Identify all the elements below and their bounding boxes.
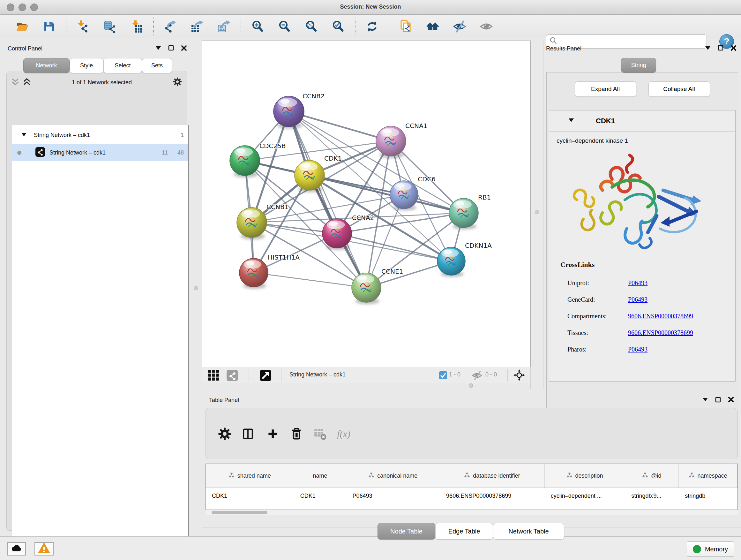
node-CCNE1[interactable] (352, 273, 381, 304)
network-canvas[interactable]: CCNB2CCNA1CDC25BCDK1CDC6RB1CCNB1CCNA2CDK… (202, 41, 530, 367)
column-header-database-identifier[interactable]: database identifier (440, 464, 545, 488)
edge-CCNB2-CCNE1[interactable] (289, 111, 366, 288)
home-icon[interactable] (424, 18, 441, 35)
expand-all-networks-icon[interactable] (23, 78, 31, 87)
share-view-icon[interactable] (226, 370, 238, 382)
tab-style[interactable]: Style (70, 58, 104, 73)
table-hscrollbar-thumb[interactable] (212, 511, 267, 514)
node-CDC6[interactable] (390, 181, 418, 210)
table-row[interactable]: CDK1CDK1P064939606.ENSP00000378699cyclin… (206, 488, 738, 503)
export-table-icon[interactable] (189, 18, 205, 35)
crosslink-link[interactable]: P06493 (628, 346, 648, 353)
crosshair-icon[interactable] (513, 369, 525, 382)
tab-select[interactable]: Select (104, 58, 142, 73)
tab-network[interactable]: Network (23, 58, 70, 73)
export-image-icon[interactable] (216, 18, 232, 35)
hidden-eye-slash-icon[interactable] (472, 370, 482, 382)
float-panel-icon[interactable] (168, 45, 174, 52)
zoom-out-icon[interactable] (276, 18, 293, 35)
collapse-all-button[interactable]: Collapse All (649, 81, 710, 97)
float-table-icon[interactable] (715, 397, 721, 404)
tab-network-table[interactable]: Network Table (493, 523, 564, 540)
collapse-panel-icon[interactable] (155, 46, 161, 52)
node-CDC25B[interactable] (230, 145, 260, 178)
show-columns-icon[interactable] (238, 424, 258, 444)
table-cell[interactable]: 9606.ENSP00000378699 (440, 488, 545, 503)
left-splitter-grip[interactable] (194, 286, 198, 290)
edge-HIST1H1A-CCNE1[interactable] (254, 273, 366, 288)
network-row-selected[interactable]: String Network – cdk1 11 48 (12, 144, 188, 161)
right-splitter[interactable] (530, 41, 543, 389)
network-collection-row[interactable]: String Network – cdk1 1 (12, 128, 188, 142)
table-cell[interactable]: CDK1 (294, 488, 347, 503)
eye-icon[interactable] (478, 18, 495, 35)
node-CCNA1[interactable] (376, 126, 406, 158)
table-cell[interactable]: CDK1 (206, 488, 294, 503)
node-CDK1[interactable] (294, 160, 325, 192)
column-header-canonical-name[interactable]: canonical name (346, 464, 440, 488)
tab-string[interactable]: String (621, 58, 656, 73)
table-cell[interactable]: stringdb:9... (625, 488, 679, 503)
crosslink-link[interactable]: P06493 (628, 279, 648, 287)
cloud-status-button[interactable] (7, 542, 26, 556)
add-column-icon[interactable] (263, 424, 283, 444)
collection-expander-icon[interactable] (21, 132, 27, 138)
table-hscrollbar[interactable] (205, 510, 738, 515)
delete-column-icon[interactable] (286, 424, 307, 444)
collapse-table-icon[interactable] (702, 397, 708, 403)
column-header--id[interactable]: @id (625, 464, 679, 488)
cdk1-expander-icon[interactable] (568, 118, 574, 124)
warnings-button[interactable] (35, 542, 54, 556)
collapse-results-icon[interactable] (705, 46, 711, 52)
left-splitter[interactable] (189, 41, 202, 532)
crosslink-link[interactable]: 9606.ENSP00000378699 (628, 329, 693, 336)
table-cell[interactable]: stringdb (679, 488, 738, 503)
zoom-in-icon[interactable] (250, 18, 266, 35)
tab-node-table[interactable]: Node Table (378, 523, 435, 540)
node-CCNA2[interactable] (322, 219, 352, 250)
node-CDKN1A[interactable] (437, 247, 465, 277)
tab-sets[interactable]: Sets (142, 58, 172, 73)
cdk1-section-header[interactable]: CDK1 (549, 111, 735, 132)
open-session-icon[interactable] (14, 18, 30, 35)
edge-CCNB2-CCNA1[interactable] (289, 111, 391, 141)
save-session-icon[interactable] (41, 18, 57, 35)
table-settings-gear-icon[interactable] (214, 424, 235, 444)
string-app-icon[interactable] (398, 18, 414, 35)
column-header-shared-name[interactable]: shared name (206, 464, 294, 488)
tab-edge-table[interactable]: Edge Table (435, 523, 493, 540)
bottom-splitter-grip[interactable] (469, 383, 473, 388)
grid-view-icon[interactable] (208, 370, 219, 382)
right-splitter-grip[interactable] (535, 210, 539, 214)
eye-slash-icon[interactable] (451, 18, 468, 35)
table-cell[interactable]: cyclin–dependent ... (545, 488, 625, 503)
network-options-gear-icon[interactable] (173, 77, 182, 88)
selected-checkbox-icon[interactable] (439, 371, 447, 381)
table-cell[interactable]: P06493 (346, 488, 440, 503)
refresh-icon[interactable] (364, 18, 381, 35)
close-panel-icon[interactable] (181, 45, 187, 52)
crosslink-link[interactable]: 9606.ENSP00000378699 (628, 313, 693, 320)
export-network-icon[interactable] (162, 18, 179, 35)
node-HIST1H1A[interactable] (239, 258, 268, 289)
birdseye-view-icon[interactable] (260, 370, 271, 382)
column-header-namespace[interactable]: namespace (679, 464, 738, 488)
collapse-all-networks-icon[interactable] (11, 78, 19, 87)
expand-all-button[interactable]: Expand All (575, 81, 636, 97)
close-results-icon[interactable] (731, 45, 737, 52)
crosslink-link[interactable]: P06493 (628, 296, 648, 303)
network-tree: String Network – cdk1 1 String Network –… (12, 125, 189, 558)
float-results-icon[interactable] (718, 45, 724, 52)
column-header-description[interactable]: description (545, 464, 625, 488)
close-table-icon[interactable] (728, 396, 734, 404)
column-header-name[interactable]: name (294, 464, 347, 488)
import-table-icon[interactable] (128, 18, 145, 35)
node-RB1[interactable] (449, 198, 478, 230)
zoom-fit-icon[interactable] (303, 18, 320, 35)
memory-button[interactable]: Memory (687, 542, 734, 557)
node-CCNB1[interactable] (237, 207, 267, 240)
edge-CCNA2-CDKN1A[interactable] (337, 233, 451, 261)
import-database-icon[interactable] (102, 18, 118, 35)
import-network-icon[interactable] (75, 18, 91, 35)
zoom-selected-icon[interactable] (330, 18, 347, 35)
